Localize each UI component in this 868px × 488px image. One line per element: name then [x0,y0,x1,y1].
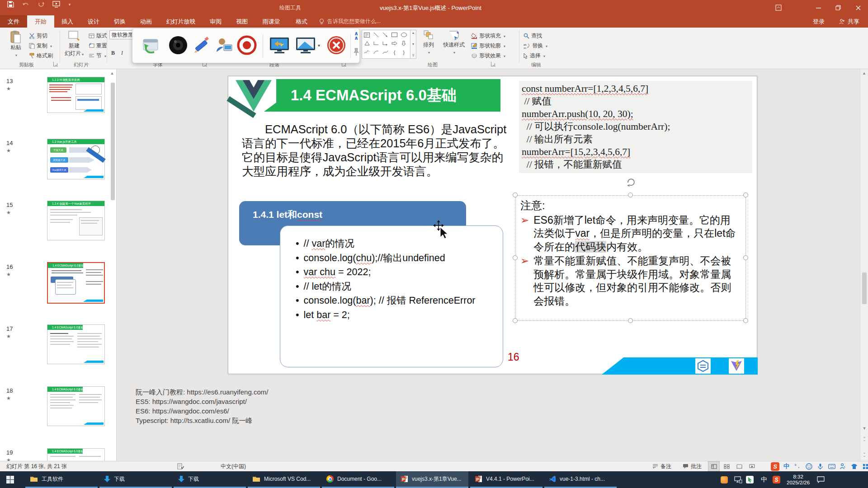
selection-handle[interactable] [513,192,518,197]
thumb-16-selected[interactable]: 1.4 ECMAScript 6.0基础 [47,262,105,304]
slideshow-view-button[interactable] [746,461,758,471]
shape-elbow-icon[interactable] [372,40,380,47]
ime-skin-icon[interactable] [850,462,859,471]
share-button[interactable]: 共享 [830,15,868,28]
section-button[interactable]: 节 [89,51,106,60]
redo-icon[interactable] [38,1,44,8]
shape-arrow-icon[interactable] [382,31,389,38]
thumb-scroll-up[interactable]: ▲ [108,71,116,75]
tab-view[interactable]: 视图 [229,15,255,28]
taskbar-app-downloads-2[interactable]: 下载 [174,471,246,488]
ime-toolbox-icon[interactable] [861,462,868,471]
tellme-box[interactable]: 告诉我您想要做什么... [319,15,419,28]
slide-sorter-view-button[interactable] [721,461,732,471]
return-window-button[interactable] [141,35,161,56]
selection-handle[interactable] [628,318,633,323]
language-indicator[interactable]: 中文(中国) [221,461,246,471]
scroll-up-icon[interactable]: ▲ [860,71,868,75]
shape-rectangle-icon[interactable] [391,31,398,38]
note-textbox-selected[interactable]: 注意: ➢ ES6新增了let命令，用来声明变量。它的用法类似于var，但是所声… [515,195,746,321]
sogou-ime-logo[interactable]: S [771,462,779,471]
shapes-gallery-scroll[interactable]: ▲ ▼ ⊽ [410,30,416,59]
shape-elbow-arrow-icon[interactable] [382,40,389,47]
selection-handle[interactable] [628,192,633,197]
scroll-down-icon[interactable]: ▼ [860,426,868,431]
slide-body-text[interactable]: ECMAScript 6.0（以下简称 ES6）是JavaScript语言的下一… [242,122,508,178]
action-center-icon[interactable] [817,476,825,483]
shapes-gallery[interactable]: { } [362,30,410,59]
tab-home[interactable]: 开始 [27,15,54,28]
ime-chinese-mode[interactable]: 中 [782,462,791,471]
shape-triangle-icon[interactable] [363,40,371,47]
screen-play-button[interactable] [294,35,317,56]
shape-fill-button[interactable]: 形状填充 [471,31,505,40]
tab-transitions[interactable]: 切换 [107,15,133,28]
taskbar-app-powerpoint-active[interactable]: P vuejs3.x-第1章Vue... [396,471,468,488]
tab-review[interactable]: 审阅 [203,15,229,28]
shape-left-brace-icon[interactable]: { [391,49,398,56]
next-slide-button[interactable]: ⌄⌄ [860,451,868,457]
quick-styles-button[interactable]: 快速样式 [441,30,467,55]
shape-block-arrow-down-icon[interactable] [400,40,408,47]
format-painter-button[interactable]: 格式刷 [29,51,53,60]
spellcheck-icon[interactable] [177,461,184,471]
tray-mouse-tool-icon[interactable] [746,476,754,483]
shapes-more-icon[interactable]: ⊽ [412,54,414,57]
shape-curve-icon[interactable] [382,49,389,56]
thumb-17[interactable]: 1.4 ECMAScript 6.0基础 [47,324,105,364]
tab-yuketang[interactable]: 雨课堂 [255,15,288,28]
code-text-block[interactable]: const numberArr=[1,2,3,4,5,6,7] // 赋值 nu… [519,81,752,173]
cut-button[interactable]: 剪切 [29,31,47,40]
layout-button[interactable]: 版式 [89,31,112,40]
reading-view-button[interactable] [733,461,745,471]
clipboard-dialog-launcher[interactable] [53,62,58,66]
tab-slideshow[interactable]: 幻灯片放映 [159,15,203,28]
screen-share-button[interactable] [268,35,291,56]
shape-block-arrow-right-icon[interactable] [391,40,398,47]
shapes-scroll-down-icon[interactable]: ▼ [412,42,415,46]
thumb-15[interactable]: 1.2.4 创建第一个Vue单页程序 [47,201,105,240]
pin-toolbar-button[interactable] [353,47,359,56]
slide-counter[interactable]: 幻灯片 第 16 张, 共 21 张 [6,461,67,471]
start-button[interactable] [6,476,14,483]
vertical-scrollbar[interactable]: ▲ ▼ ⌃⌃ ⌄⌄ [860,69,868,461]
tab-format[interactable]: 格式 [288,15,316,28]
thumb-19[interactable]: 1.4 ECMAScript 6.0基础 [47,448,105,461]
start-slideshow-icon[interactable] [52,1,60,8]
code-example-box[interactable]: •// var的情况 •console.log(chu);//输出undefin… [280,225,503,367]
ime-mic-icon[interactable] [816,462,825,471]
taskbar-app-chrome[interactable]: Document - Goo... [322,471,394,488]
tab-design[interactable]: 设计 [80,15,107,28]
scrollbar-thumb[interactable] [862,272,867,304]
italic-button[interactable]: I [121,48,123,57]
shape-outline-button[interactable]: 形状轮廓 [471,41,505,50]
shape-textbox-icon[interactable] [363,31,371,38]
previous-slide-button[interactable]: ⌃⌃ [860,437,868,444]
shape-oval-icon[interactable] [400,31,408,38]
tab-insert[interactable]: 插入 [54,15,80,28]
ribbon-display-options-button[interactable] [769,0,788,15]
minimize-button[interactable] [808,0,828,15]
signin-button[interactable]: 登录 [807,15,830,28]
shapes-scroll-up-icon[interactable]: ▲ [412,31,415,34]
notes-pane[interactable]: 阮一峰入门教程: https://es6.ruanyifeng.com/ ES5… [117,380,860,461]
selection-handle[interactable] [743,255,748,260]
selection-handle[interactable] [743,192,748,197]
tab-animations[interactable]: 动画 [133,15,159,28]
thumb-scrollbar[interactable] [111,83,115,200]
normal-view-button[interactable] [708,461,720,471]
find-button[interactable]: 查找 [524,31,542,40]
shape-scribble-icon[interactable] [363,49,371,56]
selection-handle[interactable] [513,255,518,260]
select-button[interactable]: 选择 [524,51,545,60]
taskbar-app-vscode-folder[interactable]: Microsoft VS Cod... [248,471,320,488]
ime-handwriting-icon[interactable] [839,462,847,471]
reset-button[interactable]: 重置 [89,41,107,50]
ime-emoji-icon[interactable] [805,462,813,471]
ime-keyboard-icon[interactable] [827,462,836,471]
ime-punctuation[interactable]: °， [793,462,802,471]
screen-play-caret[interactable]: ▾ [318,43,320,48]
shape-line-icon[interactable] [372,31,380,38]
slide-title-banner[interactable]: 1.4 ECMAScript 6.0基础 [252,79,500,112]
save-icon[interactable] [7,1,14,8]
